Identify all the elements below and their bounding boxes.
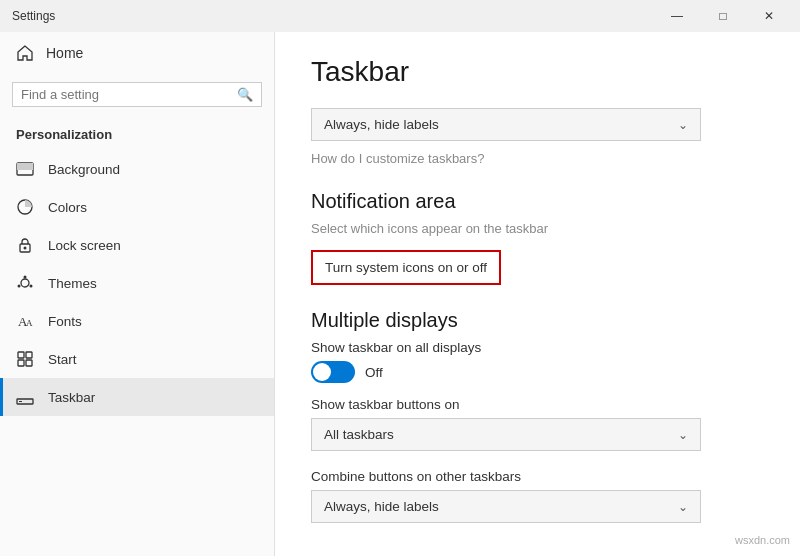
svg-rect-16 [19, 401, 22, 402]
svg-rect-1 [17, 163, 33, 170]
svg-point-5 [21, 279, 29, 287]
sidebar-item-colors[interactable]: Colors [0, 188, 274, 226]
sidebar-item-label: Start [48, 352, 77, 367]
show-taskbar-label: Show taskbar on all displays [311, 340, 764, 355]
show-taskbar-toggle[interactable] [311, 361, 355, 383]
sidebar-item-label: Fonts [48, 314, 82, 329]
page-title: Taskbar [311, 56, 764, 88]
sidebar-item-label: Themes [48, 276, 97, 291]
svg-point-8 [18, 285, 21, 288]
notification-area-section: Notification area Select which icons app… [311, 190, 764, 309]
background-icon [16, 160, 34, 178]
svg-rect-11 [18, 352, 24, 358]
sidebar-item-background[interactable]: Background [0, 150, 274, 188]
sidebar-item-label: Lock screen [48, 238, 121, 253]
main-content: Taskbar Always, hide labels ⌄ How do I c… [275, 32, 800, 556]
fonts-icon: AA [16, 312, 34, 330]
title-bar: Settings — □ ✕ [0, 0, 800, 32]
svg-point-6 [24, 276, 27, 279]
svg-text:A: A [26, 318, 33, 328]
notification-area-title: Notification area [311, 190, 764, 213]
close-button[interactable]: ✕ [746, 0, 792, 32]
chevron-down-icon: ⌄ [678, 118, 688, 132]
combine-dropdown[interactable]: Always, hide labels ⌄ [311, 490, 701, 523]
maximize-button[interactable]: □ [700, 0, 746, 32]
show-on-dropdown[interactable]: All taskbars ⌄ [311, 418, 701, 451]
sidebar: Home 🔍 Personalization Background C [0, 32, 275, 556]
themes-icon [16, 274, 34, 292]
watermark: wsxdn.com [735, 534, 790, 546]
sidebar-item-label: Background [48, 162, 120, 177]
sidebar-item-start[interactable]: Start [0, 340, 274, 378]
home-icon [16, 44, 34, 62]
chevron-down-icon: ⌄ [678, 500, 688, 514]
show-taskbar-toggle-row: Off [311, 361, 764, 383]
chevron-down-icon: ⌄ [678, 428, 688, 442]
multiple-displays-section: Multiple displays Show taskbar on all di… [311, 309, 764, 523]
sidebar-item-taskbar[interactable]: Taskbar [0, 378, 274, 416]
svg-point-4 [24, 247, 27, 250]
combine-label: Combine buttons on other taskbars [311, 469, 764, 484]
sidebar-item-themes[interactable]: Themes [0, 264, 274, 302]
minimize-button[interactable]: — [654, 0, 700, 32]
lock-screen-icon [16, 236, 34, 254]
search-icon: 🔍 [237, 87, 253, 102]
svg-rect-14 [26, 360, 32, 366]
turn-system-icons-link[interactable]: Turn system icons on or off [311, 250, 501, 285]
sidebar-item-lock-screen[interactable]: Lock screen [0, 226, 274, 264]
window-title: Settings [12, 9, 55, 23]
start-icon [16, 350, 34, 368]
home-label: Home [46, 45, 83, 61]
svg-point-7 [30, 285, 33, 288]
content-area: Home 🔍 Personalization Background C [0, 32, 800, 556]
search-input[interactable] [21, 87, 231, 102]
sidebar-home[interactable]: Home [0, 32, 274, 74]
show-on-label: Show taskbar buttons on [311, 397, 764, 412]
colors-icon [16, 198, 34, 216]
sidebar-item-fonts[interactable]: AA Fonts [0, 302, 274, 340]
notification-area-subtitle: Select which icons appear on the taskbar [311, 221, 764, 236]
taskbar-dropdown[interactable]: Always, hide labels ⌄ [311, 108, 701, 141]
window-controls: — □ ✕ [654, 0, 792, 32]
toggle-knob [313, 363, 331, 381]
svg-rect-13 [18, 360, 24, 366]
taskbar-dropdown-value: Always, hide labels [324, 117, 439, 132]
settings-window: Settings — □ ✕ Home 🔍 [0, 0, 800, 556]
svg-rect-12 [26, 352, 32, 358]
toggle-state-label: Off [365, 365, 383, 380]
sidebar-item-label: Colors [48, 200, 87, 215]
combine-dropdown-value: Always, hide labels [324, 499, 439, 514]
multiple-displays-title: Multiple displays [311, 309, 764, 332]
sidebar-section-title: Personalization [0, 115, 274, 150]
search-box[interactable]: 🔍 [12, 82, 262, 107]
show-on-dropdown-value: All taskbars [324, 427, 394, 442]
taskbar-icon [16, 388, 34, 406]
help-link[interactable]: How do I customize taskbars? [311, 151, 764, 166]
sidebar-item-label: Taskbar [48, 390, 95, 405]
